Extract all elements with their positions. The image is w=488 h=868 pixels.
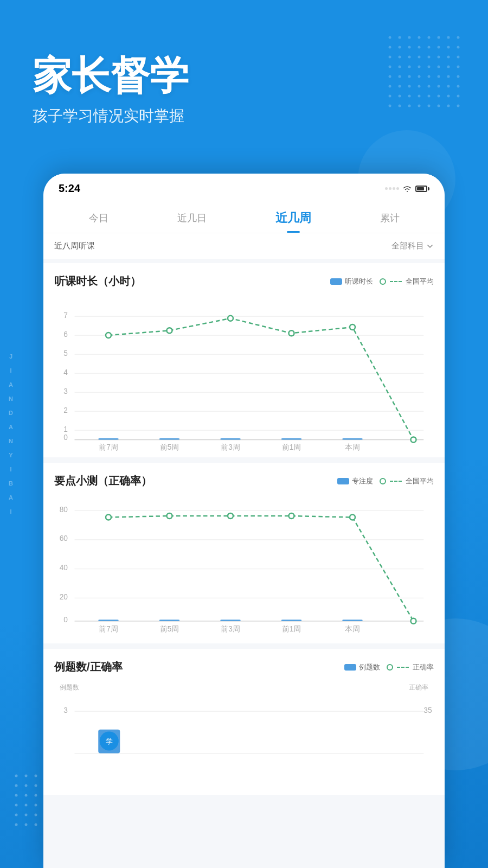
svg-point-17 bbox=[408, 46, 411, 49]
svg-text:80: 80 bbox=[60, 506, 68, 514]
svg-point-9 bbox=[399, 46, 401, 49]
y-left-label: 例题数 bbox=[60, 683, 79, 692]
battery-icon bbox=[415, 186, 429, 192]
svg-point-36 bbox=[428, 75, 431, 78]
svg-point-4 bbox=[389, 75, 391, 78]
svg-point-69 bbox=[15, 824, 18, 826]
svg-point-75 bbox=[25, 824, 28, 826]
svg-point-45 bbox=[438, 85, 440, 88]
tab-total[interactable]: 累计 bbox=[371, 207, 408, 231]
svg-text:学: 学 bbox=[106, 738, 113, 745]
svg-point-147 bbox=[106, 515, 111, 520]
svg-rect-120 bbox=[342, 438, 363, 440]
svg-text:前7周: 前7周 bbox=[99, 625, 118, 633]
svg-point-57 bbox=[457, 46, 460, 49]
svg-point-77 bbox=[35, 784, 37, 787]
svg-text:3: 3 bbox=[63, 387, 68, 395]
tab-recent-weeks[interactable]: 近几周 bbox=[267, 206, 320, 233]
chart-quiz-accuracy: 要点小测（正确率） 专注度 全国平均 bbox=[43, 463, 445, 643]
svg-text:前5周: 前5周 bbox=[160, 625, 179, 633]
scroll-content[interactable]: 近八周听课 全部科目 听课时长（小时） 听课时长 bbox=[43, 233, 445, 868]
svg-point-61 bbox=[457, 85, 460, 88]
svg-point-125 bbox=[350, 324, 355, 330]
svg-point-15 bbox=[399, 105, 401, 107]
svg-text:1: 1 bbox=[63, 425, 68, 433]
svg-text:本周: 本周 bbox=[345, 625, 360, 633]
chart-title-2: 要点小测（正确率） bbox=[54, 474, 152, 488]
svg-rect-119 bbox=[281, 438, 302, 440]
svg-point-44 bbox=[438, 75, 440, 78]
svg-point-31 bbox=[418, 105, 421, 107]
svg-text:2: 2 bbox=[63, 406, 68, 414]
svg-point-0 bbox=[389, 36, 391, 39]
svg-point-41 bbox=[438, 46, 440, 49]
chart-header-1: 听课时长（小时） 听课时长 全国平均 bbox=[54, 274, 434, 289]
filter-row: 近八周听课 全部科目 bbox=[43, 233, 445, 259]
svg-point-151 bbox=[350, 515, 355, 520]
chart-listening-duration: 听课时长（小时） 听课时长 全国平均 bbox=[43, 263, 445, 457]
svg-text:7: 7 bbox=[63, 311, 68, 320]
svg-point-40 bbox=[438, 36, 440, 39]
svg-text:本周: 本周 bbox=[345, 443, 360, 451]
chart-header-3: 例题数/正确率 例题数 正确率 bbox=[54, 660, 434, 674]
y-right-label: 正确率 bbox=[409, 683, 428, 692]
svg-point-28 bbox=[418, 75, 421, 78]
svg-point-74 bbox=[25, 814, 28, 816]
filter-select[interactable]: 全部科目 bbox=[391, 241, 434, 251]
svg-text:前7周: 前7周 bbox=[99, 443, 118, 451]
svg-rect-143 bbox=[159, 620, 180, 621]
svg-text:3: 3 bbox=[63, 706, 68, 714]
hero-section: 家长督学 孩子学习情况实时掌握 bbox=[33, 54, 189, 126]
svg-point-5 bbox=[389, 85, 391, 88]
svg-point-63 bbox=[457, 105, 460, 107]
svg-point-35 bbox=[428, 66, 431, 68]
svg-point-121 bbox=[106, 333, 111, 338]
svg-point-32 bbox=[428, 36, 431, 39]
svg-point-48 bbox=[447, 36, 450, 39]
svg-point-26 bbox=[418, 56, 421, 59]
svg-point-51 bbox=[447, 66, 450, 68]
svg-point-27 bbox=[418, 66, 421, 68]
svg-point-80 bbox=[35, 814, 37, 816]
chart-svg-wrap-1: 7 6 5 4 3 2 1 0 bbox=[54, 297, 434, 449]
svg-text:0: 0 bbox=[63, 616, 68, 624]
svg-text:60: 60 bbox=[60, 534, 68, 542]
svg-point-148 bbox=[167, 513, 172, 519]
tab-today[interactable]: 今日 bbox=[80, 207, 117, 231]
svg-text:前3周: 前3周 bbox=[221, 443, 240, 451]
svg-point-123 bbox=[228, 316, 233, 321]
svg-point-3 bbox=[389, 66, 391, 68]
svg-point-68 bbox=[15, 814, 18, 816]
svg-point-60 bbox=[457, 75, 460, 78]
chart-header-2: 要点小测（正确率） 专注度 全国平均 bbox=[54, 474, 434, 488]
svg-rect-142 bbox=[98, 620, 119, 621]
chart-legend-2: 专注度 全国平均 bbox=[337, 476, 434, 486]
tab-recent-days[interactable]: 近几日 bbox=[169, 207, 215, 231]
svg-point-50 bbox=[447, 56, 450, 59]
legend-line-3: 正确率 bbox=[387, 662, 434, 672]
legend-bar-3: 例题数 bbox=[344, 662, 380, 672]
svg-point-10 bbox=[399, 56, 401, 59]
svg-point-126 bbox=[411, 437, 416, 443]
svg-rect-144 bbox=[220, 620, 241, 621]
svg-point-52 bbox=[447, 75, 450, 78]
svg-rect-146 bbox=[342, 620, 363, 621]
legend-line-1: 全国平均 bbox=[380, 277, 434, 286]
svg-point-43 bbox=[438, 66, 440, 68]
svg-point-39 bbox=[428, 105, 431, 107]
svg-point-33 bbox=[428, 46, 431, 49]
svg-point-54 bbox=[447, 95, 450, 98]
svg-point-66 bbox=[15, 794, 18, 797]
svg-point-73 bbox=[25, 804, 28, 807]
svg-text:4: 4 bbox=[63, 368, 68, 376]
chart-legend-3: 例题数 正确率 bbox=[344, 662, 434, 672]
svg-point-18 bbox=[408, 56, 411, 59]
svg-point-8 bbox=[399, 36, 401, 39]
legend-line-2: 全国平均 bbox=[380, 476, 434, 486]
svg-point-56 bbox=[457, 36, 460, 39]
svg-point-22 bbox=[408, 95, 411, 98]
side-text: J I A N D A N Y I B A I bbox=[8, 353, 14, 515]
chart-examples: 例题数/正确率 例题数 正确率 bbox=[43, 649, 445, 795]
status-time: 5:24 bbox=[59, 182, 80, 195]
phone-mockup: 5:24 bbox=[43, 174, 445, 868]
